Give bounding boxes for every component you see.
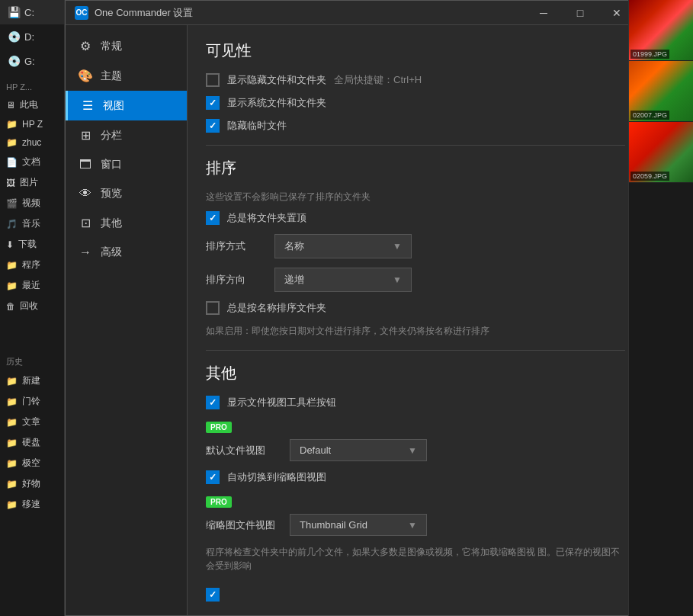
other-title: 其他 [206, 363, 625, 383]
pictures-icon: 🖼 [6, 178, 15, 188]
preview-icon: 👁 [78, 187, 93, 201]
temp-files-checkbox[interactable] [206, 119, 220, 133]
view-icon: ☰ [80, 98, 95, 113]
settings-nav: ⚙ 常规 🎨 主题 ☰ 视图 ⊞ 分栏 🗖 窗口 👁 预览 [66, 25, 188, 615]
sort-direction-value: 递增 [284, 273, 304, 287]
sidebar-item-music[interactable]: 🎵 音乐 [0, 213, 64, 234]
photo-item-2: 02007.JPG [629, 61, 693, 122]
videos-label: 视频 [22, 197, 40, 210]
nav-window[interactable]: 🗖 窗口 [66, 150, 187, 179]
sidebar-item-pictures[interactable]: 🖼 图片 [0, 172, 64, 193]
photo-item-3: 02059.JPG [629, 122, 693, 183]
new-label: 新建 [22, 374, 40, 387]
nav-view-label: 视图 [103, 99, 124, 113]
sidebar-item-doorbell[interactable]: 📁 门铃 [0, 391, 64, 412]
setting-row-hidden-files: 显示隐藏文件和文件夹 全局快捷键：Ctrl+H [206, 73, 625, 87]
folders-top-checkbox[interactable] [206, 211, 220, 225]
hidden-files-checkbox[interactable] [206, 73, 220, 87]
sidebar-item-hp[interactable]: 📁 HP Z [0, 115, 64, 133]
system-files-label: 显示系统文件和文件夹 [227, 96, 326, 110]
sorting-title: 排序 [206, 158, 625, 178]
pictures-label: 图片 [20, 176, 38, 189]
sidebar-item-programs[interactable]: 📁 程序 [0, 255, 64, 275]
drive-g-label: G: [24, 56, 35, 67]
minimize-button[interactable]: ─ [526, 1, 561, 25]
sort-direction-select[interactable]: 递增 ▼ [274, 268, 412, 292]
settings-content: 可见性 显示隐藏文件和文件夹 全局快捷键：Ctrl+H 显示系统文件和文件夹 隐… [188, 25, 643, 615]
photo-item-1: 01999.JPG [629, 0, 693, 61]
computer-icon: 🖥 [6, 100, 15, 111]
sort-method-select[interactable]: 名称 ▼ [274, 234, 412, 258]
programs-icon: 📁 [6, 260, 18, 271]
sidebar-item-downloads[interactable]: ⬇ 下载 [0, 234, 64, 255]
setting-row-sort-direction: 排序方向 递增 ▼ [206, 268, 625, 292]
drive-g[interactable]: 💿 G: [0, 49, 64, 73]
photo-panel: 01999.JPG 02007.JPG 02059.JPG [628, 0, 693, 616]
doorbell-label: 门铃 [22, 395, 40, 408]
maximize-button[interactable]: □ [563, 1, 598, 25]
setting-row-folders-top: 总是将文件夹置顶 [206, 211, 625, 225]
sidebar-item-videos[interactable]: 🎬 视频 [0, 193, 64, 213]
nav-view[interactable]: ☰ 视图 [66, 91, 187, 120]
thumbnail-view-select[interactable]: Thumbnail Grid ▼ [290, 514, 427, 536]
file-sidebar: 💾 C: 💿 D: 💿 G: HP Z... 🖥 此电 📁 HP Z 📁 zhu… [0, 0, 65, 616]
last-checkbox[interactable] [206, 588, 220, 602]
nav-other[interactable]: ⊡ 其他 [66, 208, 187, 238]
nav-preview[interactable]: 👁 预览 [66, 179, 187, 208]
new-icon: 📁 [6, 376, 18, 387]
move-icon: 📁 [6, 499, 18, 510]
recent-label: 最近 [22, 279, 40, 292]
system-files-checkbox[interactable] [206, 96, 220, 110]
photo-label-1: 01999.JPG [630, 50, 669, 59]
doorbell-icon: 📁 [6, 396, 18, 407]
downloads-icon: ⬇ [6, 239, 14, 250]
sidebar-item-zhuc[interactable]: 📁 zhuc [0, 133, 64, 152]
setting-row-auto-switch: 自动切换到缩略图视图 [206, 470, 625, 484]
pro-badge-2: PRO [206, 496, 232, 508]
default-view-arrow: ▼ [408, 445, 417, 456]
nav-columns[interactable]: ⊞ 分栏 [66, 120, 187, 150]
settings-window: OC One Commander 设置 ─ □ ✕ ⚙ 常规 🎨 主题 ☰ 视图… [65, 0, 644, 616]
computer-label: 此电 [20, 98, 38, 111]
auto-switch-checkbox[interactable] [206, 470, 220, 484]
hp-label: HP Z [22, 119, 43, 130]
default-view-select[interactable]: Default ▼ [290, 439, 427, 461]
nav-theme[interactable]: 🎨 主题 [66, 61, 187, 91]
disk-icon: 📁 [6, 438, 18, 448]
drive-c[interactable]: 💾 C: [0, 0, 64, 24]
other-icon: ⊡ [78, 216, 93, 230]
jikong-label: 极空 [22, 457, 40, 470]
theme-icon: 🎨 [78, 69, 93, 83]
docs-label: 文档 [22, 156, 40, 168]
music-icon: 🎵 [6, 219, 18, 229]
default-view-value: Default [300, 444, 331, 456]
nav-general[interactable]: ⚙ 常规 [66, 31, 187, 61]
sidebar-item-recycle[interactable]: 🗑 回收 [0, 296, 64, 316]
divider-1 [206, 145, 625, 146]
photo-label-2: 02007.JPG [630, 111, 669, 120]
sidebar-item-disk[interactable]: 📁 硬盘 [0, 432, 64, 453]
drive-d[interactable]: 💿 D: [0, 24, 64, 49]
toolbar-btn-checkbox[interactable] [206, 396, 220, 409]
zhuc-icon: 📁 [6, 137, 18, 148]
default-view-group: PRO 默认文件视图 Default ▼ [206, 419, 625, 461]
sidebar-item-docs[interactable]: 📄 文档 [0, 152, 64, 172]
columns-icon: ⊞ [78, 128, 93, 143]
sidebar-item-jikong[interactable]: 📁 极空 [0, 453, 64, 473]
sidebar-item-goods[interactable]: 📁 好物 [0, 473, 64, 494]
nav-preview-label: 预览 [101, 187, 122, 201]
nav-advanced[interactable]: → 高级 [66, 238, 187, 267]
sidebar-item-move[interactable]: 📁 移速 [0, 494, 64, 515]
sidebar-item-new[interactable]: 📁 新建 [0, 371, 64, 391]
general-icon: ⚙ [78, 39, 93, 53]
settings-body: ⚙ 常规 🎨 主题 ☰ 视图 ⊞ 分栏 🗖 窗口 👁 预览 [66, 25, 643, 615]
sidebar-item-recent[interactable]: 📁 最近 [0, 275, 64, 296]
sort-by-name-checkbox[interactable] [206, 301, 220, 315]
advanced-icon: → [78, 245, 93, 259]
setting-row-thumbnail-view: 缩略图文件视图 Thumbnail Grid ▼ [206, 514, 625, 536]
downloads-label: 下载 [18, 238, 37, 251]
sidebar-item-article[interactable]: 📁 文章 [0, 412, 64, 432]
hp-icon: 📁 [6, 119, 18, 130]
sidebar-item-computer[interactable]: 🖥 此电 [0, 95, 64, 115]
divider-2 [206, 350, 625, 351]
